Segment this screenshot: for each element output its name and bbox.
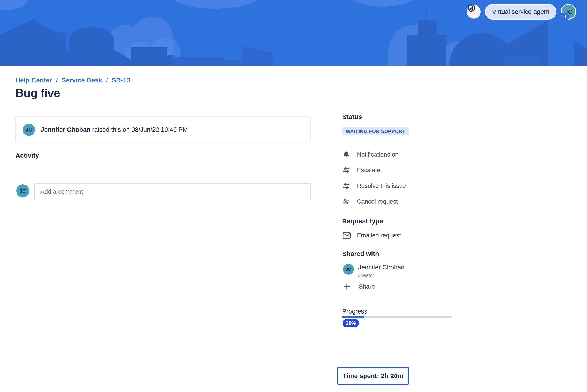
share-button[interactable]: Share — [343, 282, 375, 291]
raised-detail: raised this on 08/Jun/22 10:46 PM — [91, 126, 188, 133]
action-label: Notifications on — [357, 151, 398, 158]
shared-person-row: JC Jennifer Choban Creator — [343, 264, 404, 278]
raised-text: Jennifer Choban raised this on 08/Jun/22… — [41, 126, 188, 133]
progress-bar-fill — [342, 316, 364, 318]
time-spent-label: Time spent: 2h 20m — [343, 372, 403, 380]
escalate-action[interactable]: Escalate — [342, 162, 455, 178]
notification-count-badge: 19 — [558, 12, 569, 21]
request-type-heading: Request type — [342, 218, 383, 225]
request-raised-card: JC Jennifer Choban raised this on 08/Jun… — [16, 116, 311, 143]
shared-person-name: Jennifer Choban — [358, 264, 404, 271]
resolve-issue-action[interactable]: Resolve this issue — [342, 178, 455, 194]
request-type-value: Emailed request — [357, 232, 401, 239]
reporter-name: Jennifer Choban — [41, 126, 91, 133]
cancel-request-action[interactable]: Cancel request — [342, 194, 455, 209]
time-spent-box: Time spent: 2h 20m — [337, 367, 409, 384]
shared-person-role: Creator — [358, 273, 404, 278]
share-button-label: Share — [359, 283, 375, 290]
status-badge: WAITING FOR SUPPORT — [342, 127, 409, 136]
breadcrumb-separator: / — [56, 77, 58, 84]
envelope-icon — [342, 231, 352, 240]
user-avatar[interactable]: JC 19 — [561, 4, 576, 20]
commenter-avatar: JC — [16, 184, 29, 198]
breadcrumb-issue-key[interactable]: SD-13 — [112, 76, 130, 84]
action-label: Resolve this issue — [357, 182, 406, 189]
activity-heading: Activity — [16, 152, 39, 159]
virtual-service-agent-button[interactable]: Virtual service agent — [485, 4, 556, 20]
swap-arrows-icon — [342, 182, 352, 190]
hexagon-agent-icon — [467, 4, 476, 12]
breadcrumb-separator: / — [106, 77, 108, 84]
breadcrumb-help-center[interactable]: Help Center — [16, 76, 52, 84]
vsa-button-label: Virtual service agent — [492, 8, 549, 16]
breadcrumb-service-desk[interactable]: Service Desk — [62, 76, 102, 84]
swap-arrows-icon — [342, 198, 352, 206]
action-label: Cancel request — [357, 198, 398, 205]
shared-with-heading: Shared with — [342, 250, 379, 258]
progress-percent-badge: 20% — [343, 319, 359, 327]
header-controls: Virtual service agent JC 19 — [467, 4, 576, 20]
plus-icon — [343, 283, 353, 290]
progress-bar — [342, 316, 451, 318]
shared-person-avatar: JC — [343, 264, 354, 274]
page-title: Bug five — [16, 86, 60, 100]
request-actions: Notifications on Escalate Resolve this i… — [342, 147, 455, 209]
add-comment-input[interactable] — [34, 183, 311, 200]
swap-arrows-icon — [342, 166, 352, 174]
notifications-toggle[interactable]: Notifications on — [342, 147, 455, 162]
status-heading: Status — [342, 113, 362, 120]
request-type-value-row: Emailed request — [342, 230, 401, 241]
action-label: Escalate — [357, 167, 380, 174]
reporter-avatar: JC — [23, 124, 35, 136]
bell-icon — [342, 150, 352, 159]
progress-heading: Progress — [342, 308, 367, 315]
breadcrumb: Help Center / Service Desk / SD-13 — [16, 76, 130, 84]
hero-banner: Virtual service agent JC 19 — [0, 0, 587, 66]
shared-person-info: Jennifer Choban Creator — [358, 264, 404, 278]
service-desk-request-page: Virtual service agent JC 19 Help Center … — [0, 0, 587, 392]
